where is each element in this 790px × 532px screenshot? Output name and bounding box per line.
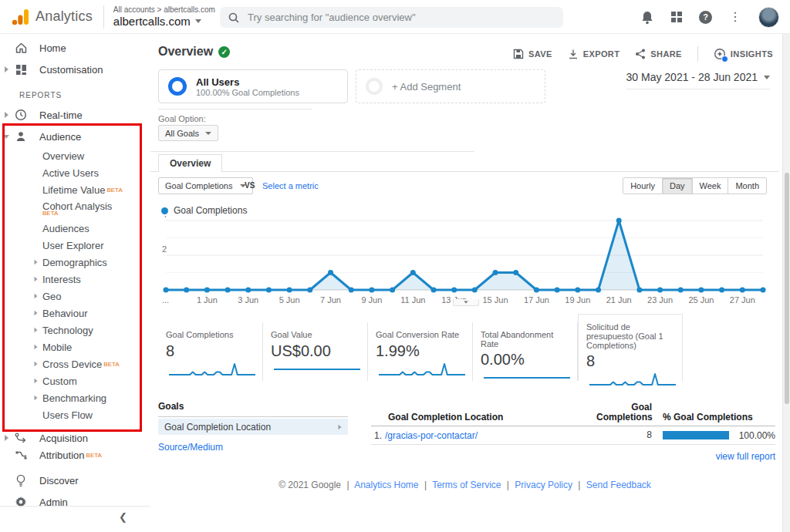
sidebar-item-audience[interactable]: Audience [0,126,150,147]
apps-grid-icon[interactable] [671,12,682,22]
svg-text:27 Jun: 27 Jun [730,295,755,305]
vs-label: VS [245,181,255,190]
tab-overview[interactable]: Overview [158,154,222,172]
svg-text:1 Jun: 1 Jun [197,295,218,305]
card-goal-1-completions[interactable]: Solicitud de presupuesto (Goal 1 Complet… [578,314,683,381]
row-completions: 8 [596,430,652,440]
expand-arrow-icon [35,379,38,383]
sidebar-item-user-explorer[interactable]: User Explorer [0,237,150,254]
sidebar-item-interests[interactable]: Interests [0,271,150,288]
granularity-month[interactable]: Month [728,178,766,194]
sidebar-item-geo[interactable]: Geo [0,288,150,305]
svg-text:...: ... [162,295,169,305]
help-icon[interactable]: ? [699,11,712,24]
svg-text:11 Jun: 11 Jun [400,295,425,305]
sidebar-item-audiences[interactable]: Audiences [0,220,150,237]
metric-cards-row: Goal Completions 8 Goal Value US$0.00 Go… [158,322,683,381]
sidebar-item-demographics[interactable]: Demographics [0,254,150,271]
footer-link-privacy[interactable]: Privacy Policy [515,480,572,490]
avatar[interactable] [758,7,779,28]
insights-badge [721,56,728,62]
granularity-day[interactable]: Day [663,178,693,194]
expand-arrow-icon [35,294,38,298]
footer-link-analytics-home[interactable]: Analytics Home [354,480,418,490]
sidebar-item-discover[interactable]: Discover [0,470,150,491]
expand-arrow-icon [35,311,38,315]
sparkline [166,362,258,377]
sidebar-item-label: Attribution [39,450,85,461]
sidebar-item-acquisition[interactable]: Acquisition [0,429,150,446]
card-goal-completions[interactable]: Goal Completions 8 [158,322,263,381]
card-goal-value[interactable]: Goal Value US$0.00 [263,322,368,381]
insights-button[interactable]: INSIGHTS [714,48,773,60]
sidebar-item-technology[interactable]: Technology [0,322,150,338]
granularity-hourly[interactable]: Hourly [623,178,663,194]
chart-legend: Goal Completions [161,205,247,216]
analytics-logo[interactable]: Analytics [0,8,93,26]
svg-text:15 Jun: 15 Jun [482,295,508,305]
export-button[interactable]: EXPORT [568,49,620,59]
more-vertical-icon[interactable]: ⋮ [729,12,741,22]
search-input[interactable] [248,12,541,23]
segment-ring-icon [168,77,187,96]
date-range-selector[interactable]: 30 May 2021 - 28 Jun 2021 [626,71,770,89]
breadcrumb: All accounts > albertcalls.com [113,5,215,15]
expand-arrow-icon [35,277,38,281]
chevron-down-icon [764,76,770,79]
expand-arrow-icon [5,435,8,441]
sidebar-nav: Home Customisation REPORTS Real-time Aud… [0,34,150,532]
beta-badge: BETA [103,361,119,368]
sidebar-item-realtime[interactable]: Real-time [0,104,150,126]
source-medium-link[interactable]: Source/Medium [158,442,348,453]
expand-arrow-icon [35,260,38,264]
product-name: Analytics [35,8,93,25]
granularity-week[interactable]: Week [693,178,729,194]
goals-row-goal-completion-location[interactable]: Goal Completion Location [158,419,348,435]
collapse-sidebar-chevron-icon[interactable]: ❮ [119,511,127,523]
column-header-location: Goal Completion Location [371,412,596,423]
select-a-metric-link[interactable]: Select a metric [262,181,319,190]
sparkline [271,362,363,377]
sidebar-item-custom[interactable]: Custom [0,372,150,389]
sidebar-item-mobile[interactable]: Mobile [0,338,150,355]
scrollbar-thumb[interactable] [785,173,789,404]
verified-check-icon: ✓ [218,46,230,58]
card-total-abandonment-rate[interactable]: Total Abandonment Rate 0.00% [473,322,578,381]
share-button[interactable]: SHARE [635,49,682,59]
metric-select[interactable]: Goal Completions [158,177,253,194]
sidebar-item-customisation[interactable]: Customisation [0,59,150,80]
account-switcher[interactable]: All accounts > albertcalls.com albertcal… [113,5,215,28]
sidebar-item-cohort-analysis[interactable]: Cohort AnalysisBETA [0,198,150,220]
sidebar-item-users-flow[interactable]: Users Flow [0,406,150,423]
footer-link-terms[interactable]: Terms of Service [432,480,501,490]
chart-collapse-handle[interactable] [453,299,479,306]
reports-section-label: REPORTS [0,80,150,104]
goal-location-link[interactable]: /gracias-por-contactar/ [385,430,596,441]
sidebar-item-lifetime-value[interactable]: Lifetime ValueBETA [0,181,150,198]
sidebar-item-behaviour[interactable]: Behaviour [0,305,150,322]
sidebar-item-benchmarking[interactable]: Benchmarking [0,389,150,406]
goal-option-select[interactable]: All Goals [158,125,218,141]
acquisition-icon [12,433,29,443]
sidebar-item-cross-device[interactable]: Cross DeviceBETA [0,355,150,372]
sidebar-item-audience-overview[interactable]: Overview [0,147,150,164]
goal-completion-table: Goal Completion Location Goal Completion… [371,402,775,462]
segment-all-users[interactable]: All Users 100.00% Goal Completions [158,69,348,103]
search-bar[interactable] [220,7,563,28]
home-icon [12,42,29,54]
footer-link-feedback[interactable]: Send Feedback [586,480,651,490]
page-title: Overview [158,45,213,59]
customisation-icon [12,64,29,76]
sidebar-item-active-users[interactable]: Active Users [0,164,150,181]
notifications-bell-icon[interactable] [640,10,654,25]
view-full-report-link[interactable]: view full report [371,451,775,462]
goals-panel: Goals Goal Completion Location Source/Me… [158,401,348,453]
chevron-down-icon [205,132,211,135]
card-goal-conversion-rate[interactable]: Goal Conversion Rate 1.99% [368,322,473,381]
sidebar-item-attribution[interactable]: AttributionBETA [0,446,150,463]
add-segment-button[interactable]: + Add Segment [356,69,545,103]
collapse-arrow-icon [3,135,9,139]
save-button[interactable]: SAVE [513,49,552,59]
sidebar-item-label: Audience [39,131,81,143]
sidebar-item-home[interactable]: Home [0,37,150,59]
